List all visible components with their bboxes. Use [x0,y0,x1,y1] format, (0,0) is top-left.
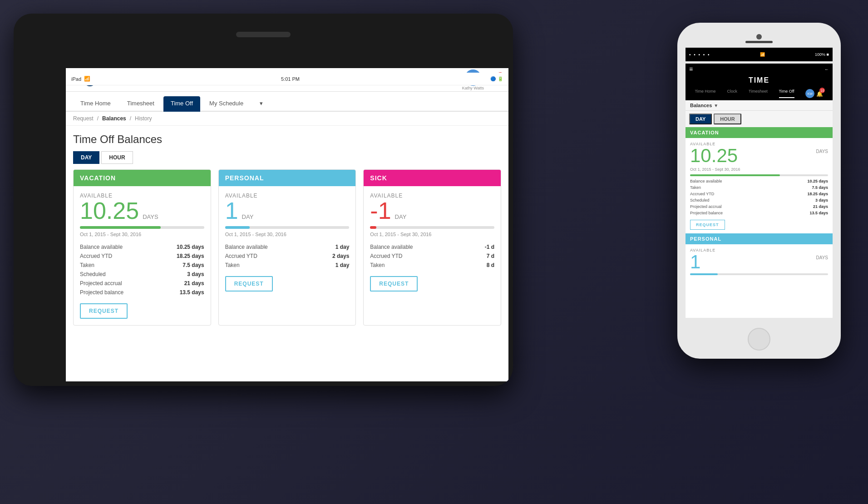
vacation-balance-label: Balance available [80,244,123,250]
breadcrumb-request[interactable]: Request [73,115,94,122]
phone-hour-toggle[interactable]: HOUR [714,114,741,124]
phone-camera [756,34,762,40]
phone-signal-dots: • • • • • [689,52,710,57]
user-name: Kathy Watts [462,86,484,90]
phone-balances-label[interactable]: Balances [690,103,712,108]
phone-status-bar: • • • • • 📶 100% ■ [686,48,833,61]
vacation-card-body: AVAILABLE 10.25 DAYS Oct 1, 2015 - Sept … [74,186,211,325]
phone-vac-taken-label: Taken [690,185,701,190]
phone-nav-time-off[interactable]: Time Off [779,89,794,98]
phone-vac-proj-accrual-val: 21 days [813,204,828,209]
vacation-accrued-label: Accrued YTD [80,253,112,259]
vacation-unit: DAYS [143,214,158,220]
phone-device: • • • • • 📶 100% ■ ≡ ← TIME Time Home Cl… [677,23,841,359]
sick-balance-value: -1 d [485,244,494,250]
vacation-value: 10.25 [80,199,139,222]
sick-value: -1 [370,199,391,222]
phone-personal-progress-fill [690,273,718,275]
personal-row-balance: Balance available 1 day [225,242,350,252]
phone-nav-time-home[interactable]: Time Home [695,89,715,98]
tab-my-schedule[interactable]: My Schedule [202,96,251,112]
sick-request-button[interactable]: REQUEST [370,276,418,292]
sick-unit: DAY [395,214,407,220]
phone-day-toggle[interactable]: DAY [689,114,712,124]
tab-time-off[interactable]: Time Off [163,96,200,112]
phone-vacation-card: VACATION AVAILABLE 10.25 DAYS Oct 1, 201… [686,127,833,233]
vacation-scheduled-label: Scheduled [80,271,106,277]
breadcrumb-balances[interactable]: Balances [102,115,126,122]
phone-toggle-bar: DAY HOUR [686,111,833,127]
sick-progress-fill [370,226,376,229]
phone-dropdown-icon[interactable]: ▼ [714,103,718,108]
phone-header-bar: ≡ ← [686,64,833,74]
phone-vac-scheduled-label: Scheduled [690,198,710,203]
phone-personal-value: 1 [690,252,715,272]
vacation-taken-value: 7.5 days [182,262,204,268]
personal-card: PERSONAL AVAILABLE 1 DAY Oct 1, 2015 - S… [218,169,356,326]
tab-more[interactable]: ▾ [252,96,270,112]
personal-value: 1 [225,199,238,222]
tab-timesheet[interactable]: Timesheet [120,96,162,112]
phone-bell-wrapper: 🔔 10 [816,89,823,98]
personal-card-body: AVAILABLE 1 DAY Oct 1, 2015 - Sept 30, 2… [219,186,356,298]
vacation-progress-fill [80,226,161,229]
phone-app-title: TIME [749,76,769,84]
personal-card-header: PERSONAL [219,170,356,186]
personal-accrued-value: 2 days [332,253,349,259]
phone-title-bar: TIME [686,74,833,87]
vacation-card: VACATION AVAILABLE 10.25 DAYS Oct 1, 201… [73,169,211,326]
phone-vac-proj-accrual-label: Projected accrual [690,204,722,209]
personal-unit: DAY [242,214,254,220]
personal-row-taken: Taken 1 day [225,261,350,270]
personal-taken-label: Taken [225,262,240,268]
tablet-device: iPad 📶 5:01 PM 🔵 🔋 ≡ K KRONOS 🔍 [14,14,513,386]
sick-card-header: SICK [364,170,501,186]
phone-vacation-header: VACATION [686,127,833,138]
sick-card-body: AVAILABLE -1 DAY Oct 1, 2015 - Sept 30, … [364,186,501,298]
phone-nav-timesheet[interactable]: Timesheet [749,89,768,98]
vacation-request-button[interactable]: REQUEST [80,303,128,319]
hour-toggle[interactable]: HOUR [101,151,133,164]
personal-progress-bar [225,226,350,229]
personal-balance-label: Balance available [225,244,268,250]
phone-nav-clock[interactable]: Clock [727,89,738,98]
scene: iPad 📶 5:01 PM 🔵 🔋 ≡ K KRONOS 🔍 [0,0,868,504]
vacation-accrued-value: 18.25 days [177,253,204,259]
phone-vac-row-scheduled: Scheduled 3 days [690,197,828,203]
personal-balance-value: 1 day [335,244,350,250]
vacation-proj-balance-value: 13.5 days [180,289,204,296]
phone-screen: ≡ ← TIME Time Home Clock Timesheet Time … [686,64,833,318]
phone-vac-accrued-val: 18.25 days [807,192,828,196]
breadcrumb-history[interactable]: History [135,115,152,122]
phone-vacation-progress-fill [690,174,780,176]
battery-icon: 🔋 [498,76,503,81]
nav-tabs: Time Home Timesheet Time Off My Schedule… [66,92,508,112]
phone-vac-row-balance: Balance available 10.25 days [690,178,828,184]
phone-back-icon[interactable]: ← [824,67,829,72]
tablet-status-left: iPad 📶 [71,76,90,82]
phone-battery: 100% ■ [815,52,829,57]
phone-avatar: KW [805,89,814,98]
vacation-row-projected-balance: Projected balance 13.5 days [80,288,204,297]
personal-taken-value: 1 day [335,262,350,268]
vacation-card-header: VACATION [74,170,211,186]
personal-row-accrued: Accrued YTD 2 days [225,252,350,261]
ipad-label: iPad [71,76,81,82]
personal-request-button[interactable]: REQUEST [225,276,273,292]
phone-home-button[interactable] [748,328,770,351]
sick-taken-label: Taken [370,262,385,268]
day-toggle[interactable]: DAY [73,151,99,164]
phone-vacation-avail-row: AVAILABLE 10.25 DAYS [690,142,828,165]
phone-personal-header: PERSONAL [686,233,833,244]
phone-vacation-request-button[interactable]: REQUEST [690,220,725,230]
phone-vacation-progress [690,174,828,176]
tab-time-home[interactable]: Time Home [73,96,118,112]
personal-date-range: Oct 1, 2015 - Sept 30, 2016 [225,232,350,237]
phone-hamburger-icon[interactable]: ≡ [689,65,693,73]
phone-vac-proj-balance-label: Projected balance [690,211,723,215]
phone-scroll-area[interactable]: VACATION AVAILABLE 10.25 DAYS Oct 1, 201… [686,127,833,318]
breadcrumb-separator: / [97,115,99,122]
sick-row-balance: Balance available -1 d [370,242,494,252]
vacation-row-scheduled: Scheduled 3 days [80,270,204,279]
phone-vac-accrued-label: Accrued YTD [690,192,714,196]
